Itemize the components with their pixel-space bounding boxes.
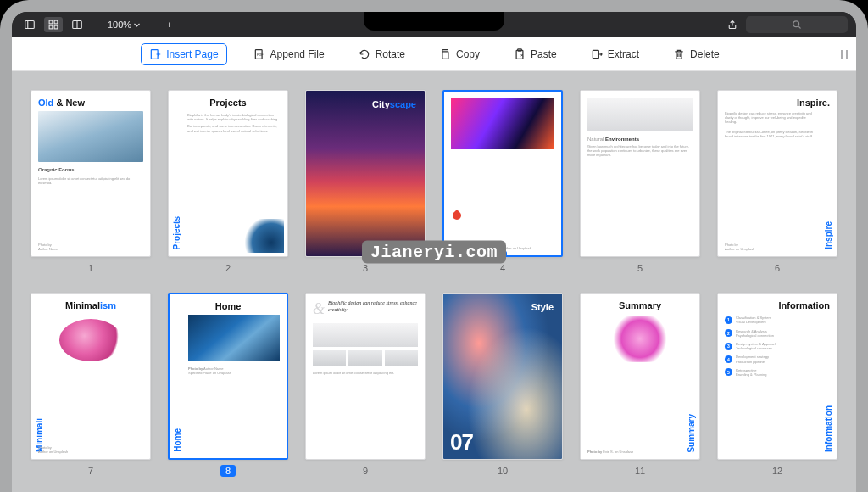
copy-button[interactable]: Copy [431,44,487,64]
thumbnail-image [59,319,122,361]
page-number[interactable]: 7 [83,465,98,477]
page-number[interactable]: 12 [767,465,787,477]
svg-rect-2 [49,20,53,24]
page-number[interactable]: 10 [492,465,513,477]
credit-text: Photo byAuthor Name [38,243,58,251]
sidebar-toggle-button[interactable] [20,17,39,32]
page-item: Inspire. Inspire Biophilic design can re… [717,90,837,274]
overlay-title: Cityscape [372,99,416,109]
page-item: Home Home Photo by Author NameSpecified … [168,293,288,477]
page-thumbnail[interactable]: Minimalism Minimali Photo byAuthor on Un… [31,293,151,460]
image-row [313,350,418,366]
side-label: Inspire [824,221,833,249]
svg-rect-16 [516,50,523,59]
thumbnail-image [611,316,669,362]
page-thumbnail[interactable]: Inspire. Inspire Biophilic design can re… [717,90,837,257]
laptop-notch [364,12,504,31]
credit-text: Photo by Author NameSpecified Place on U… [188,366,280,375]
svg-point-8 [793,21,799,27]
laptop-frame: 100% − + Insert Page PDF [0,0,868,492]
share-icon[interactable] [727,20,737,30]
page-item: Minimalism Minimali Photo byAuthor on Un… [31,293,151,477]
page-number[interactable]: 2 [220,262,236,274]
insert-page-label: Insert Page [166,48,218,60]
paste-icon [514,48,526,60]
page-thumbnail[interactable]: Information Information 1Classification … [717,293,837,460]
page-item: Style 07 10 [442,293,563,477]
rotate-button[interactable]: Rotate [351,44,413,64]
zoom-in-button[interactable]: + [164,20,175,30]
topbar-left-group: 100% − + [20,17,175,32]
page-thumbnail[interactable]: Cityscape [305,90,426,257]
rotate-label: Rotate [376,48,405,60]
page-item: Projects Projects Biophilia is the human… [168,90,288,274]
body-text: Biophilia is the human body's innate bio… [187,113,281,121]
body-text: Lorem ipsum dolor sit amet consectetur a… [38,176,143,185]
zoom-out-button[interactable]: − [146,20,158,30]
page-number[interactable]: 1 [83,262,98,274]
sidebar-icon [25,20,35,30]
body-text: The original Starbucks Coffee, on pretty… [725,130,818,138]
side-label: Projects [172,216,181,249]
svg-rect-18 [593,50,598,58]
watermark-overlay: Jianeryi.com [362,241,506,264]
page-thumbnail[interactable]: Projects Projects Biophilia is the human… [168,90,288,257]
page-title: Summary [587,300,693,310]
body-text: Lorem ipsum dolor sit amet consectetur a… [313,371,418,375]
page-title: Projects [175,98,281,108]
page-number[interactable]: 8 [220,465,236,477]
big-number: 07 [450,429,473,456]
thumbnail-image [587,98,693,131]
handle-tick [841,50,843,59]
side-label: Summary [687,414,696,453]
split-icon [72,20,82,30]
paste-label: Paste [531,48,557,60]
search-input[interactable] [746,16,848,33]
extract-button[interactable]: Extract [583,44,647,64]
page-number[interactable]: 9 [358,465,373,477]
split-view-button[interactable] [68,17,86,32]
page-thumbnail[interactable]: Home Home Photo by Author NameSpecified … [168,293,288,460]
svg-line-9 [798,26,800,28]
page-toolbar: Insert Page PDF Append File Rotate Copy … [12,37,856,71]
svg-rect-15 [442,51,448,59]
page-thumbnail[interactable]: Summary Summary Photo by Evie S. on Unsp… [580,293,700,460]
thumbnail-canvas[interactable]: Old & New Oragnic Forms Lorem ipsum dolo… [12,71,856,492]
page-number[interactable]: 6 [770,262,785,274]
page-item: Information Information 1Classification … [717,293,837,477]
page-thumbnail[interactable]: Old & New Oragnic Forms Lorem ipsum dolo… [31,90,151,257]
quote-mark: & [313,300,325,318]
page-number[interactable]: 3 [358,262,373,274]
page-thumbnail[interactable]: Style 07 [442,293,563,460]
append-file-icon: PDF [253,48,265,60]
body-text: But incorporate, and some into decoratio… [187,124,281,132]
thumbnail-image [451,98,554,149]
page-number[interactable]: 11 [630,465,650,477]
page-thumbnail[interactable]: & Biophilic design can reduce stress, en… [305,293,426,460]
toolbar-end-handle[interactable] [841,50,848,59]
zoom-dropdown[interactable]: 100% [108,20,141,30]
delete-button[interactable]: Delete [665,44,727,64]
delete-label: Delete [690,48,720,60]
body-text: Biophilic design can reduce stress, enha… [725,111,818,125]
page-number[interactable]: 5 [632,262,648,274]
page-item: Old & New Oragnic Forms Lorem ipsum dolo… [31,90,151,274]
logo-mark [451,210,463,221]
append-file-label: Append File [270,48,325,60]
app-screen: 100% − + Insert Page PDF [12,12,856,492]
svg-rect-5 [54,25,58,29]
subtitle: Natural Environments [587,137,693,142]
paste-button[interactable]: Paste [506,44,565,64]
extract-icon [591,48,603,60]
append-file-button[interactable]: PDF Append File [246,44,332,64]
page-thumbnail[interactable]: Natural Environments Given how much arch… [580,90,700,257]
page-number[interactable]: 4 [495,262,510,274]
insert-page-button[interactable]: Insert Page [141,43,226,65]
extract-label: Extract [608,48,639,60]
page-title: Information [725,300,830,310]
body-text: Given how much architecture has become t… [587,144,693,158]
thumbnail-grid: Old & New Oragnic Forms Lorem ipsum dolo… [31,90,837,477]
grid-view-button[interactable] [44,17,63,32]
page-thumbnail[interactable]: Photo by Author on Unsplash [442,90,563,257]
page-item: Natural Environments Given how much arch… [580,90,700,274]
